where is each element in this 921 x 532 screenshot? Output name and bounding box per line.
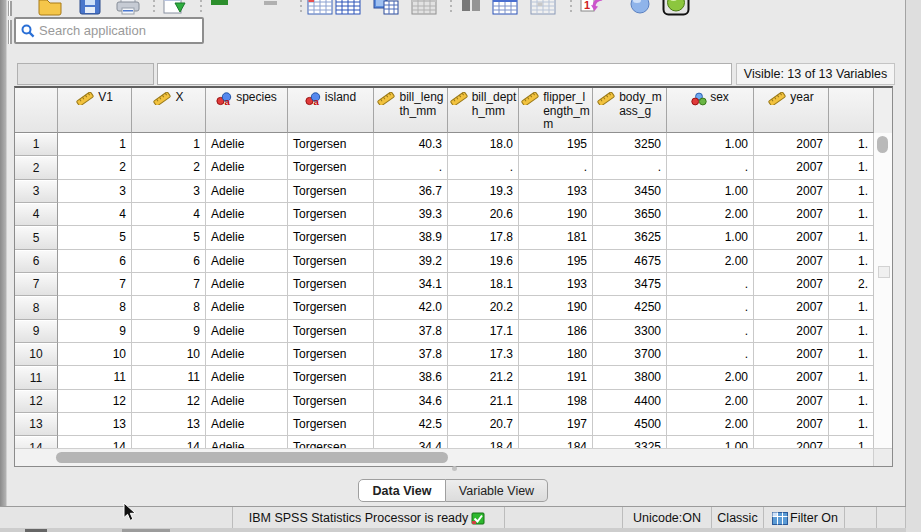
column-header-bill_length_mm[interactable]: bill_leng th_mm xyxy=(374,88,448,133)
data-cell[interactable]: 2007 xyxy=(754,366,829,389)
data-cell[interactable]: 2007 xyxy=(754,156,829,179)
value-labels-icon[interactable]: 1 xyxy=(578,0,606,16)
data-cell[interactable]: 1. xyxy=(829,390,874,413)
undo-icon[interactable] xyxy=(207,0,235,16)
vertical-scrollbar[interactable] xyxy=(873,133,892,449)
row-number-button[interactable]: 9 xyxy=(15,320,58,343)
data-cell[interactable]: 193 xyxy=(519,180,593,203)
data-cell[interactable]: 2007 xyxy=(754,343,829,366)
data-cell[interactable]: 2007 xyxy=(754,413,829,436)
row-number-button[interactable]: 12 xyxy=(15,390,58,413)
data-cell[interactable]: Adelie xyxy=(206,390,288,413)
data-cell[interactable]: 40.3 xyxy=(374,133,448,156)
data-cell[interactable]: 2. xyxy=(829,273,874,296)
application-search[interactable] xyxy=(14,17,204,44)
data-cell[interactable]: Torgersen xyxy=(288,156,374,179)
data-cell[interactable]: . xyxy=(667,156,754,179)
data-cell[interactable]: 1. xyxy=(829,343,874,366)
cell-editor-field[interactable] xyxy=(157,63,732,85)
redo-icon[interactable] xyxy=(257,0,285,16)
data-cell[interactable]: Torgersen xyxy=(288,180,374,203)
data-cell[interactable]: 3250 xyxy=(593,133,667,156)
data-cell[interactable]: Adelie xyxy=(206,273,288,296)
data-cell[interactable]: 4500 xyxy=(593,413,667,436)
column-header-bill_depth_mm[interactable]: bill_dept h_mm xyxy=(448,88,519,133)
go-to-case-icon[interactable] xyxy=(306,0,334,16)
data-cell[interactable]: Torgersen xyxy=(288,320,374,343)
data-cell[interactable]: Adelie xyxy=(206,250,288,273)
row-number-button[interactable]: 6 xyxy=(15,250,58,273)
data-cell[interactable]: 191 xyxy=(519,366,593,389)
toolbar-drag-handle[interactable] xyxy=(8,1,13,16)
data-cell[interactable]: 3300 xyxy=(593,320,667,343)
data-cell[interactable]: 20.2 xyxy=(448,296,519,319)
data-cell[interactable]: 190 xyxy=(519,203,593,226)
data-cell[interactable]: 5 xyxy=(58,226,132,249)
descriptives-icon[interactable] xyxy=(410,0,438,16)
data-cell[interactable]: 181 xyxy=(519,226,593,249)
data-cell[interactable]: Torgersen xyxy=(288,226,374,249)
data-cell[interactable]: 2.00 xyxy=(667,366,754,389)
row-number-button[interactable]: 2 xyxy=(15,156,58,179)
data-cell[interactable]: 2007 xyxy=(754,320,829,343)
cell-reference-box[interactable] xyxy=(17,63,154,85)
data-cell[interactable]: 8 xyxy=(132,296,206,319)
tab-data-view[interactable]: Data View xyxy=(358,479,446,502)
data-cell[interactable]: 3700 xyxy=(593,343,667,366)
data-cell[interactable]: 1. xyxy=(829,226,874,249)
tab-variable-view[interactable]: Variable View xyxy=(446,479,548,502)
data-cell[interactable]: 4250 xyxy=(593,296,667,319)
column-header-island[interactable]: aisland xyxy=(288,88,374,133)
data-cell[interactable]: 17.8 xyxy=(448,226,519,249)
data-cell[interactable]: Torgersen xyxy=(288,413,374,436)
data-cell[interactable]: 17.3 xyxy=(448,343,519,366)
data-cell[interactable]: 1. xyxy=(829,296,874,319)
data-cell[interactable]: 3450 xyxy=(593,180,667,203)
data-cell[interactable]: 37.8 xyxy=(374,343,448,366)
data-cell[interactable]: 39.3 xyxy=(374,203,448,226)
row-number-button[interactable]: 10 xyxy=(15,343,58,366)
data-cell[interactable]: 1. xyxy=(829,133,874,156)
data-cell[interactable]: 6 xyxy=(132,250,206,273)
data-cell[interactable]: 2 xyxy=(132,156,206,179)
data-cell[interactable]: 12 xyxy=(58,390,132,413)
variables-icon[interactable] xyxy=(372,0,400,16)
data-cell[interactable]: 9 xyxy=(58,320,132,343)
data-cell[interactable]: Adelie xyxy=(206,226,288,249)
data-cell[interactable]: 38.6 xyxy=(374,366,448,389)
data-cell[interactable]: Torgersen xyxy=(288,296,374,319)
data-cell[interactable]: 21.2 xyxy=(448,366,519,389)
go-to-variable-icon[interactable] xyxy=(334,0,362,16)
data-cell[interactable]: 7 xyxy=(132,273,206,296)
data-cell[interactable]: 3 xyxy=(132,180,206,203)
data-cell[interactable]: 39.2 xyxy=(374,250,448,273)
data-cell[interactable]: 193 xyxy=(519,273,593,296)
row-number-button[interactable]: 13 xyxy=(15,413,58,436)
data-cell[interactable]: Adelie xyxy=(206,180,288,203)
data-cell[interactable]: 20.6 xyxy=(448,203,519,226)
data-cell[interactable]: Adelie xyxy=(206,343,288,366)
data-cell[interactable]: 195 xyxy=(519,250,593,273)
data-cell[interactable]: 11 xyxy=(132,366,206,389)
use-variable-sets-icon[interactable] xyxy=(626,0,654,16)
data-cell[interactable]: . xyxy=(519,156,593,179)
data-cell[interactable]: 3625 xyxy=(593,226,667,249)
data-cell[interactable]: 10 xyxy=(132,343,206,366)
data-cell[interactable]: Torgersen xyxy=(288,203,374,226)
row-number-button[interactable]: 3 xyxy=(15,180,58,203)
data-cell[interactable]: 2.00 xyxy=(667,390,754,413)
data-cell[interactable]: 9 xyxy=(132,320,206,343)
find-icon[interactable] xyxy=(457,0,485,16)
data-cell[interactable]: Adelie xyxy=(206,133,288,156)
data-cell[interactable]: Adelie xyxy=(206,320,288,343)
data-cell[interactable]: 34.1 xyxy=(374,273,448,296)
data-cell[interactable]: . xyxy=(448,156,519,179)
row-number-button[interactable]: 5 xyxy=(15,226,58,249)
data-cell[interactable]: 19.6 xyxy=(448,250,519,273)
print-icon[interactable] xyxy=(114,0,142,16)
data-cell[interactable]: 4400 xyxy=(593,390,667,413)
data-cell[interactable]: 190 xyxy=(519,296,593,319)
data-cell[interactable]: 3650 xyxy=(593,203,667,226)
data-cell[interactable]: . xyxy=(374,156,448,179)
data-cell[interactable]: 198 xyxy=(519,390,593,413)
